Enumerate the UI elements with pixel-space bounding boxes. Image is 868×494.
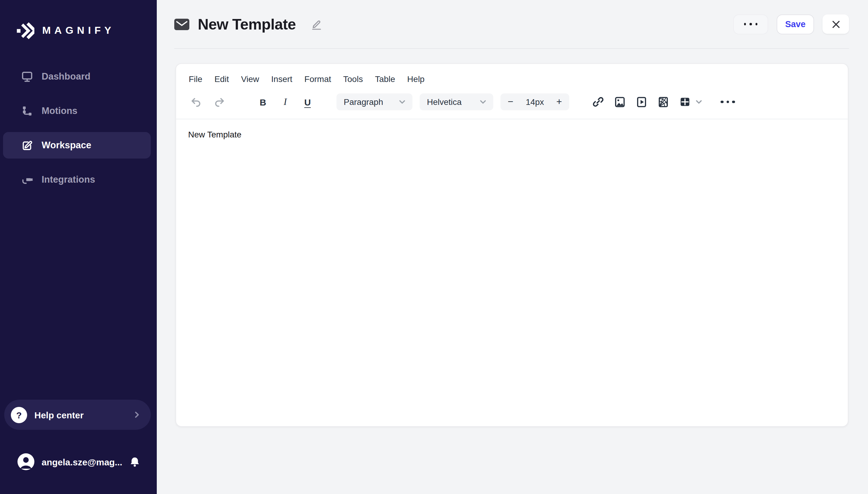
magnify-logo: MAGNIFY [0,0,157,40]
sidebar-nav: Dashboard Motions [0,63,157,193]
chevron-down-icon [695,98,703,106]
font-size-value: 14px [526,97,544,107]
undo-icon [189,96,202,108]
bold-icon: B [260,97,266,107]
sidebar-item-motions[interactable]: Motions [3,98,151,124]
help-center-label: Help center [34,410,83,420]
user-email: angela.sze@mag... [42,457,122,467]
plug-icon [21,174,33,186]
editor-content[interactable]: New Template [176,119,848,426]
bold-button[interactable]: B [254,93,271,110]
close-icon [831,20,840,28]
header-actions: Save [733,14,849,34]
sidebar-item-integrations[interactable]: Integrations [3,166,151,193]
underline-button[interactable]: U [299,93,316,110]
font-family-value: Helvetica [427,97,461,107]
app-window: MAGNIFY Dashboard [0,0,868,494]
editor-text: New Template [188,130,242,139]
help-center-button[interactable]: ? Help center [4,400,151,430]
question-icon: ? [11,406,27,423]
font-family-select[interactable]: Helvetica [420,93,493,110]
insert-media-button[interactable] [633,93,650,110]
paragraph-format-value: Paragraph [344,97,383,107]
page-header: New Template [174,0,849,49]
insert-image-button[interactable] [611,93,628,110]
chevron-down-icon [398,98,407,106]
underline-icon: U [304,97,311,107]
page-title: New Template [198,15,296,33]
toolbar-more-button[interactable] [719,93,736,110]
magnify-logo-icon [16,22,34,40]
more-options-button[interactable] [733,14,768,34]
sidebar-item-label: Workspace [42,140,91,151]
menu-view[interactable]: View [235,72,265,86]
logo-wordmark: MAGNIFY [42,25,115,37]
undo-redo-group [187,93,228,110]
menu-table[interactable]: Table [369,72,401,86]
editor-toolbar: B I U Paragraph [176,88,848,119]
text-style-group: B I U [254,93,316,110]
redo-button[interactable] [211,93,228,110]
table-options-button[interactable] [694,93,704,110]
editor-menubar: File Edit View Insert Format Tools Table… [176,64,848,86]
insert-group [590,93,704,110]
edit-square-icon [21,139,33,151]
rename-title-button[interactable] [309,17,323,31]
font-size-stepper: − 14px + [501,93,569,110]
main-area: New Template [157,0,868,494]
insert-table-control [677,93,704,110]
sidebar-item-label: Integrations [42,174,95,185]
toolbar-overflow-group [719,93,736,110]
globe-grid-icon [657,96,669,108]
ellipsis-icon [744,23,758,25]
menu-format[interactable]: Format [299,72,337,86]
image-icon [614,96,626,108]
paragraph-format-select[interactable]: Paragraph [337,93,412,110]
insert-dynamic-content-button[interactable] [655,93,672,110]
menu-help[interactable]: Help [401,72,431,86]
sidebar-item-label: Motions [42,106,77,116]
menu-edit[interactable]: Edit [208,72,235,86]
sidebar-item-label: Dashboard [42,71,91,82]
play-video-icon [636,96,648,108]
chevron-right-icon [133,411,141,419]
sidebar-item-workspace[interactable]: Workspace [3,132,151,158]
flow-icon [21,105,33,117]
insert-table-button[interactable] [677,93,694,110]
ellipsis-icon [721,101,735,103]
increase-font-size-button[interactable]: + [556,97,562,107]
chevron-down-icon [479,98,487,106]
menu-tools[interactable]: Tools [337,72,369,86]
decrease-font-size-button[interactable]: − [508,97,513,107]
undo-button[interactable] [187,93,204,110]
monitor-icon [21,71,33,82]
template-editor: File Edit View Insert Format Tools Table… [175,63,848,427]
menu-file[interactable]: File [183,72,208,86]
italic-button[interactable]: I [277,93,294,110]
insert-link-button[interactable] [590,93,607,110]
table-icon [679,96,691,108]
envelope-icon [174,18,189,30]
sidebar-bottom: ? Help center angela.sze@mag... [0,400,157,494]
italic-icon: I [284,96,287,107]
bell-icon[interactable] [130,456,140,467]
header-title-group: New Template [174,15,323,33]
pencil-icon [311,18,322,30]
avatar [18,453,34,470]
save-button[interactable]: Save [777,14,814,34]
sidebar-item-dashboard[interactable]: Dashboard [3,63,151,90]
close-button[interactable] [823,15,849,34]
sidebar: MAGNIFY Dashboard [0,0,157,494]
user-account-button[interactable]: angela.sze@mag... [18,453,134,470]
link-icon [592,96,604,108]
menu-insert[interactable]: Insert [265,72,299,86]
redo-icon [213,96,226,108]
